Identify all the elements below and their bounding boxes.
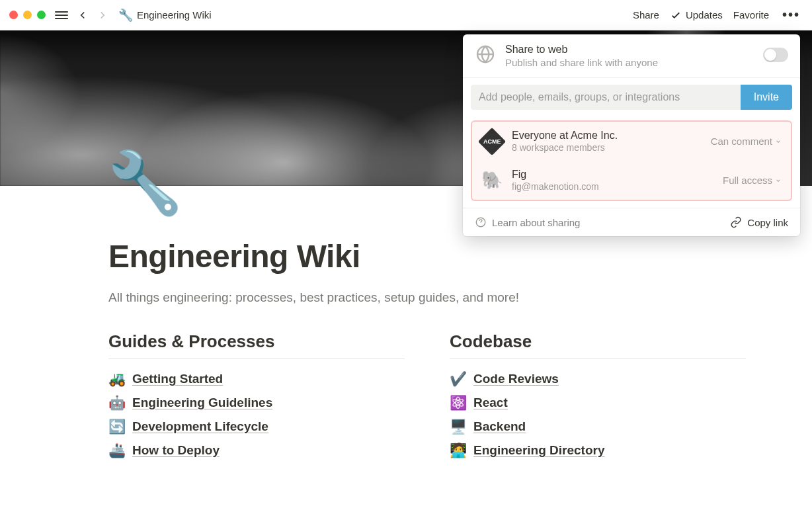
list-item-icon: ✔️ [450,371,467,387]
share-to-web-row: Share to web Publish and share link with… [463,34,800,77]
list-item: ⚛️React [450,395,746,411]
nav-arrows [75,7,110,23]
link-list: 🚜Getting Started🤖Engineering Guidelines🔄… [108,371,405,458]
permission-dropdown[interactable]: Can comment [711,136,782,147]
column-heading[interactable]: Codebase [450,331,746,359]
updates-button[interactable]: Updates [670,9,723,21]
help-icon [475,216,487,228]
avatar: ACME [481,131,503,152]
share-button[interactable]: Share [633,9,659,21]
page-link[interactable]: Getting Started [132,372,223,386]
sidebar-toggle-button[interactable] [55,9,68,22]
nav-forward-button[interactable] [95,7,110,23]
page-link[interactable]: How to Deploy [132,443,220,458]
globe-icon [475,44,496,65]
list-item: 🔄Development Lifecycle [108,419,405,435]
learn-sharing-link[interactable]: Learn about sharing [475,216,580,228]
share-web-toggle[interactable] [763,48,788,62]
permission-dropdown[interactable]: Full access [723,175,782,186]
link-list: ✔️Code Reviews⚛️React🖥️Backend🧑‍💻Enginee… [450,371,746,458]
page-link[interactable]: React [473,396,508,410]
maximize-window-button[interactable] [37,11,46,19]
page-link[interactable]: Engineering Directory [473,443,605,458]
column: Guides & Processes🚜Getting Started🤖Engin… [108,331,405,466]
list-item: 🧑‍💻Engineering Directory [450,443,746,458]
copy-link-label: Copy link [747,217,788,228]
invite-input[interactable] [471,85,741,110]
learn-sharing-label: Learn about sharing [492,217,580,228]
list-item-icon: 🧑‍💻 [450,443,467,458]
list-item-icon: 🔄 [108,419,126,435]
breadcrumb[interactable]: Engineering Wiki [137,9,212,21]
list-item-icon: 🚢 [108,443,126,458]
list-item-icon: 🚜 [108,371,126,387]
top-toolbar: 🔧 Engineering Wiki Share Updates Favorit… [0,0,812,30]
share-popover: Share to web Publish and share link with… [463,34,800,236]
updates-label: Updates [686,9,723,21]
minimize-window-button[interactable] [23,11,32,19]
invite-row: Invite [463,78,800,116]
list-item: 🚜Getting Started [108,371,405,387]
share-footer: Learn about sharing Copy link [463,208,800,236]
chevron-down-icon [775,177,782,184]
list-item: ✔️Code Reviews [450,371,746,387]
list-item-icon: 🖥️ [450,419,467,435]
page-description[interactable]: All things engineering: processes, best … [108,290,746,305]
share-web-title: Share to web [505,44,754,56]
link-icon [730,216,742,228]
window-controls [9,11,46,19]
shared-person-row: 🐘Figfig@makenotion.comFull access [472,161,791,200]
person-name: Fig [512,169,713,181]
list-item: 🤖Engineering Guidelines [108,395,405,411]
page-link[interactable]: Engineering Guidelines [132,396,272,410]
page-icon[interactable]: 🔧 [107,148,183,218]
person-name: Everyone at Acme Inc. [512,130,702,142]
close-window-button[interactable] [9,11,18,19]
nav-back-button[interactable] [75,7,91,23]
list-item: 🖥️Backend [450,419,746,435]
list-item: 🚢How to Deploy [108,443,405,458]
page-link[interactable]: Backend [473,419,526,434]
list-item-icon: ⚛️ [450,395,467,411]
copy-link-button[interactable]: Copy link [730,216,788,228]
more-menu-button[interactable]: ••• [780,7,803,22]
column-heading[interactable]: Guides & Processes [108,331,405,359]
page-link[interactable]: Development Lifecycle [132,419,268,434]
share-web-subtitle: Publish and share link with anyone [505,57,754,68]
permission-label: Full access [723,175,772,186]
person-detail: fig@makenotion.com [512,181,713,192]
breadcrumb-icon: 🔧 [118,8,133,22]
shared-person-row: ACMEEveryone at Acme Inc.8 workspace mem… [472,122,791,161]
chevron-down-icon [775,138,782,145]
list-item-icon: 🤖 [108,395,126,411]
page-content: Engineering Wiki All things engineering:… [108,238,746,466]
avatar: 🐘 [481,170,503,191]
person-detail: 8 workspace members [512,142,702,153]
favorite-button[interactable]: Favorite [733,9,769,21]
invite-button[interactable]: Invite [741,85,792,110]
column: Codebase✔️Code Reviews⚛️React🖥️Backend🧑‍… [450,331,746,466]
page-title[interactable]: Engineering Wiki [108,238,746,275]
person-info: Everyone at Acme Inc.8 workspace members [512,130,702,153]
person-info: Figfig@makenotion.com [512,169,713,192]
page-link[interactable]: Code Reviews [473,372,559,386]
checkmark-icon [670,9,682,21]
shared-people-list: ACMEEveryone at Acme Inc.8 workspace mem… [471,120,792,201]
permission-label: Can comment [711,136,772,147]
